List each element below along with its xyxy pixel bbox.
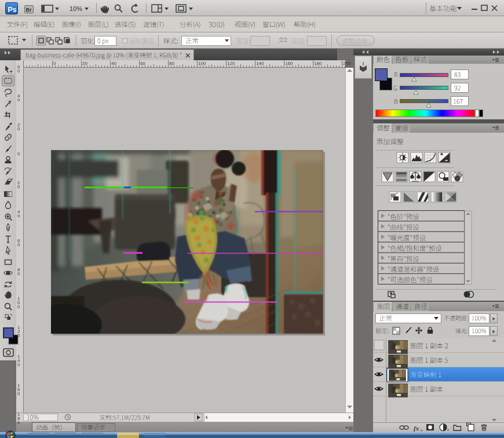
svg-text:140: 140 bbox=[256, 61, 264, 66]
svg-text:80: 80 bbox=[169, 61, 174, 66]
svg-text:0: 0 bbox=[17, 126, 20, 132]
svg-text:0: 0 bbox=[17, 97, 20, 103]
svg-text:120: 120 bbox=[227, 61, 235, 66]
svg-text:0: 0 bbox=[53, 61, 56, 66]
svg-text:0: 0 bbox=[17, 242, 20, 247]
svg-text:0: 0 bbox=[17, 391, 20, 396]
svg-text:40: 40 bbox=[111, 61, 116, 66]
svg-text:0: 0 bbox=[17, 362, 20, 367]
svg-text:0: 0 bbox=[17, 68, 20, 74]
svg-text:60: 60 bbox=[140, 61, 145, 66]
svg-text:160: 160 bbox=[285, 61, 293, 66]
svg-text:10%: 10% bbox=[70, 5, 82, 12]
svg-text:Br: Br bbox=[26, 7, 32, 13]
svg-text:0: 0 bbox=[17, 420, 20, 425]
svg-text:0: 0 bbox=[17, 151, 20, 156]
svg-text:0: 0 bbox=[17, 213, 20, 218]
svg-text:0: 0 bbox=[17, 184, 20, 189]
svg-text:180: 180 bbox=[314, 61, 322, 66]
svg-text:fx: fx bbox=[414, 425, 419, 432]
svg-text:20: 20 bbox=[82, 61, 87, 66]
svg-text:0: 0 bbox=[17, 333, 20, 338]
svg-text:200: 200 bbox=[343, 61, 351, 66]
svg-text:100: 100 bbox=[198, 61, 206, 66]
svg-text:0: 0 bbox=[17, 304, 20, 309]
svg-text:0: 0 bbox=[17, 271, 20, 276]
svg-text:Ps: Ps bbox=[8, 6, 17, 14]
